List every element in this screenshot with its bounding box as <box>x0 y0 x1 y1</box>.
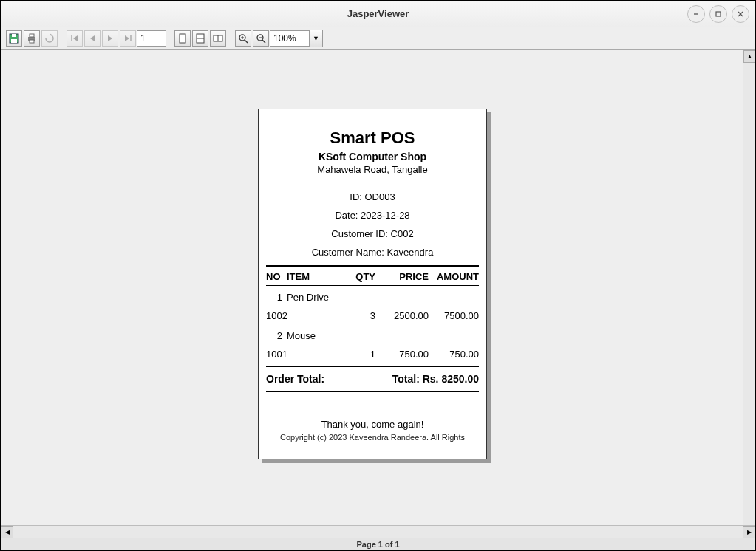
th-item: ITEM <box>287 271 344 282</box>
table-row: 2 Mouse <box>266 330 479 341</box>
receipt-page: Smart POS KSoft Computer Shop Mahawela R… <box>258 109 487 459</box>
cell-no: 1 <box>266 292 287 303</box>
receipt-title: Smart POS <box>266 129 479 148</box>
cell-qty: 3 <box>344 310 375 321</box>
th-price: PRICE <box>375 271 429 282</box>
receipt-date: Date: 2023-12-28 <box>266 210 479 221</box>
vertical-scrollbar[interactable]: ▲ ▼ <box>743 50 755 538</box>
svg-marker-13 <box>90 35 95 41</box>
divider <box>266 391 479 392</box>
receipt-cust-id: Customer ID: C002 <box>266 228 479 239</box>
close-button[interactable] <box>732 5 749 23</box>
th-no: NO <box>266 271 287 282</box>
cell-item: Pen Drive <box>287 292 344 303</box>
receipt-thanks: Thank you, come again! <box>266 419 479 430</box>
window-title: JasperViewer <box>347 8 409 19</box>
total-row: Order Total: Total: Rs. 8250.00 <box>266 372 479 386</box>
table-row: 1 Pen Drive <box>266 292 479 303</box>
divider <box>266 366 479 367</box>
window-titlebar: JasperViewer <box>1 1 755 27</box>
svg-rect-17 <box>180 34 185 43</box>
cell-code: 1002 <box>266 310 296 321</box>
svg-line-23 <box>245 40 248 43</box>
cell-amount: 750.00 <box>429 349 479 360</box>
zoom-in-button[interactable] <box>235 30 251 47</box>
print-button[interactable] <box>24 30 40 47</box>
total-value: Total: Rs. 8250.00 <box>392 373 479 385</box>
svg-rect-5 <box>12 34 16 37</box>
receipt-copyright: Copyright (c) 2023 Kaveendra Randeera. A… <box>266 433 479 442</box>
toolbar: 100% ▼ <box>1 27 755 50</box>
status-bar: Page 1 of 1 <box>1 538 755 550</box>
cell-no: 2 <box>266 330 287 341</box>
maximize-button[interactable] <box>709 5 727 23</box>
svg-rect-8 <box>30 34 34 37</box>
last-page-button <box>120 30 136 47</box>
status-text: Page 1 of 1 <box>356 540 399 549</box>
cell-code: 1001 <box>266 349 296 360</box>
svg-line-27 <box>262 40 265 43</box>
svg-rect-1 <box>716 12 721 16</box>
cell-amount: 7500.00 <box>429 310 479 321</box>
report-viewport: Smart POS KSoft Computer Shop Mahawela R… <box>1 50 755 538</box>
divider <box>266 265 479 267</box>
receipt-id: ID: OD003 <box>266 191 479 202</box>
save-button[interactable] <box>6 30 22 47</box>
fit-page-button[interactable] <box>192 30 208 47</box>
zoom-value: 100% <box>270 33 309 44</box>
scroll-left-icon[interactable]: ◀ <box>1 526 13 538</box>
th-qty: QTY <box>344 271 375 282</box>
zoom-out-button[interactable] <box>253 30 269 47</box>
cell-price: 750.00 <box>375 349 429 360</box>
svg-marker-15 <box>125 35 129 41</box>
table-header: NO ITEM QTY PRICE AMOUNT <box>266 271 479 282</box>
receipt-shop: KSoft Computer Shop <box>266 151 479 162</box>
reload-button <box>41 30 58 47</box>
table-row: 1001 1 750.00 750.00 <box>266 349 479 360</box>
fit-width-button[interactable] <box>210 30 226 47</box>
th-amount: AMOUNT <box>429 271 479 282</box>
table-row: 1002 3 2500.00 7500.00 <box>266 310 479 321</box>
cell-price: 2500.00 <box>375 310 429 321</box>
report-canvas[interactable]: Smart POS KSoft Computer Shop Mahawela R… <box>1 50 743 538</box>
svg-rect-9 <box>30 40 34 43</box>
minimize-button[interactable] <box>687 5 705 23</box>
zoom-combo[interactable]: 100% ▼ <box>270 30 323 47</box>
receipt-address: Mahawela Road, Tangalle <box>266 164 479 175</box>
svg-marker-14 <box>108 35 112 41</box>
divider <box>266 285 479 286</box>
next-page-button <box>102 30 118 47</box>
cell-qty: 1 <box>344 349 375 360</box>
total-label: Order Total: <box>266 373 324 385</box>
receipt-cust-name: Customer Name: Kaveendra <box>266 247 479 258</box>
prev-page-button <box>84 30 101 47</box>
scroll-up-icon[interactable]: ▲ <box>743 50 756 63</box>
first-page-button <box>67 30 83 47</box>
svg-rect-6 <box>11 39 17 43</box>
actual-size-button[interactable] <box>174 30 191 47</box>
svg-marker-12 <box>73 35 78 41</box>
scroll-right-icon[interactable]: ▶ <box>743 526 755 538</box>
cell-item: Mouse <box>287 330 344 341</box>
horizontal-scrollbar[interactable]: ◀ ▶ <box>1 525 755 538</box>
page-number-input[interactable] <box>137 30 166 47</box>
chevron-down-icon[interactable]: ▼ <box>309 30 322 47</box>
